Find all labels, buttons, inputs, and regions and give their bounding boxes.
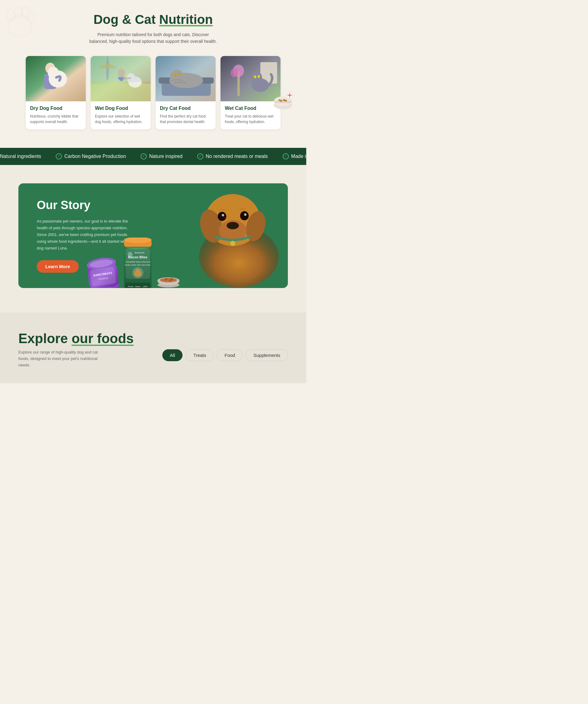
food-bowl	[156, 270, 181, 288]
filter-food-button[interactable]: Food	[217, 349, 243, 361]
svg-text:100%: 100%	[143, 286, 148, 287]
explore-title: Explore our foods	[18, 331, 133, 346]
check-icon: ✓	[283, 153, 289, 160]
food-card-desc: Treat your cat to delicious wet foods, o…	[225, 114, 276, 125]
svg-text:Bacon Bliss: Bacon Bliss	[128, 255, 148, 259]
learn-more-button[interactable]: Learn More	[37, 260, 79, 273]
svg-point-54	[240, 211, 249, 220]
svg-point-42	[278, 99, 280, 101]
explore-header: Explore our foods Explore our range of h…	[18, 331, 288, 368]
svg-rect-16	[91, 56, 151, 82]
svg-point-25	[178, 73, 181, 76]
svg-rect-39	[274, 101, 291, 103]
banner-label: Carbon Negative Production	[64, 154, 126, 159]
treat-container-green: 🐾 Barktreats Bacon Bliss Irresistible ba…	[122, 238, 153, 288]
food-card-title: Dry Cat Food	[160, 106, 211, 111]
banner-inner: Natural ingredients ✓ Carbon Negative Pr…	[0, 153, 306, 160]
svg-point-91	[167, 280, 168, 282]
svg-point-57	[230, 241, 235, 246]
svg-point-30	[231, 68, 238, 77]
svg-point-40	[280, 100, 282, 102]
food-card-dry-cat[interactable]: Dry Cat Food Find the perfect dry cat fo…	[156, 56, 216, 129]
story-card: Our Story As passionate pet owners, our …	[18, 183, 288, 288]
filter-supplements-button[interactable]: Supplements	[246, 349, 288, 361]
story-section: Our Story As passionate pet owners, our …	[0, 165, 306, 312]
check-icon: ✓	[197, 153, 203, 160]
banner-label: No rendered meats or meals	[206, 154, 268, 159]
svg-text:🐾 Barktreats: 🐾 Barktreats	[131, 251, 145, 254]
svg-point-35	[254, 75, 256, 78]
food-card-dry-dog[interactable]: Dry Dog Food Nutritious, crunchy kibble …	[26, 56, 86, 129]
svg-text:treats made with real meat.: treats made with real meat.	[125, 264, 151, 266]
banner-item-uk: ✓ Made in the UK	[283, 153, 306, 160]
svg-rect-11	[91, 83, 151, 101]
food-card-image	[91, 56, 151, 101]
svg-point-92	[169, 280, 171, 282]
food-card-wet-dog[interactable]: Wet Dog Food Explore our selection of we…	[91, 56, 151, 129]
page-title: Dog & Cat Nutrition	[6, 12, 300, 27]
banner-item-nomeat: ✓ No rendered meats or meals	[197, 153, 268, 160]
svg-text:Irresistible bacon-flavored: Irresistible bacon-flavored	[125, 261, 150, 263]
food-card-desc: Explore our selection of wet dog foods, …	[95, 114, 146, 125]
food-card-desc: Nutritious, crunchy kibble that supports…	[30, 114, 82, 125]
banner-label: Made in the UK	[291, 154, 306, 159]
bowl-icon	[272, 90, 294, 112]
check-icon: ✓	[56, 153, 62, 160]
filter-all-button[interactable]: All	[162, 349, 183, 361]
food-cards-row: Dry Dog Food Nutritious, crunchy kibble …	[6, 56, 300, 129]
svg-point-77	[136, 269, 140, 274]
food-card-image	[220, 56, 280, 101]
food-card-body: Wet Dog Food Explore our selection of we…	[91, 101, 151, 129]
filter-buttons: All Treats Food Supplements	[162, 349, 288, 361]
food-card-image	[156, 56, 216, 101]
svg-point-24	[174, 73, 176, 76]
food-card-title: Wet Cat Food	[225, 106, 276, 111]
svg-point-52	[227, 222, 239, 229]
svg-point-53	[218, 212, 226, 221]
svg-point-41	[283, 99, 285, 101]
svg-point-36	[258, 75, 260, 78]
banner-label: Natural ingredients	[0, 154, 41, 159]
banner-item-nature: ✓ Nature inspired	[141, 153, 182, 160]
food-card-body: Wet Cat Food Treat your cat to delicious…	[220, 101, 280, 129]
banner-item-carbon: ✓ Carbon Negative Production	[56, 153, 126, 160]
treat-container-purple: BARKTREATS Premium	[83, 249, 122, 288]
filter-treats-button[interactable]: Treats	[185, 349, 214, 361]
svg-point-56	[244, 213, 247, 216]
svg-text:Breed: Breed	[136, 286, 140, 287]
page-subtitle: Premium nutrition tailored for both dogs…	[89, 31, 217, 45]
explore-subtitle: Explore our range of high-quality dog an…	[18, 349, 98, 368]
svg-text:Protein: Protein	[128, 286, 133, 287]
product-containers: BARKTREATS Premium	[86, 238, 181, 288]
banner-strip: Natural ingredients ✓ Carbon Negative Pr…	[0, 148, 306, 165]
food-card-title: Dry Dog Food	[30, 106, 82, 111]
story-dog-image	[171, 183, 288, 288]
food-card-body: Dry Dog Food Nutritious, crunchy kibble …	[26, 101, 86, 129]
check-icon: ✓	[141, 153, 147, 160]
svg-point-55	[222, 214, 224, 217]
nutrition-section: Dog & Cat Nutrition Premium nutrition ta…	[0, 0, 306, 148]
paw-watermark	[0, 0, 40, 40]
food-card-wet-cat[interactable]: Wet Cat Food Treat your cat to delicious…	[220, 56, 280, 129]
food-card-title: Wet Dog Food	[95, 106, 146, 111]
banner-label: Nature inspired	[149, 154, 182, 159]
banner-item-natural: Natural ingredients	[0, 153, 41, 160]
food-card-image	[26, 56, 86, 101]
food-card-body: Dry Cat Food Find the perfect dry cat fo…	[156, 101, 216, 129]
explore-section: Explore our foods Explore our range of h…	[0, 312, 306, 383]
svg-point-0	[8, 15, 32, 37]
svg-point-43	[285, 100, 287, 102]
explore-title-area: Explore our foods Explore our range of h…	[18, 331, 133, 368]
food-card-desc: Find the perfect dry cat food that promo…	[160, 114, 211, 125]
